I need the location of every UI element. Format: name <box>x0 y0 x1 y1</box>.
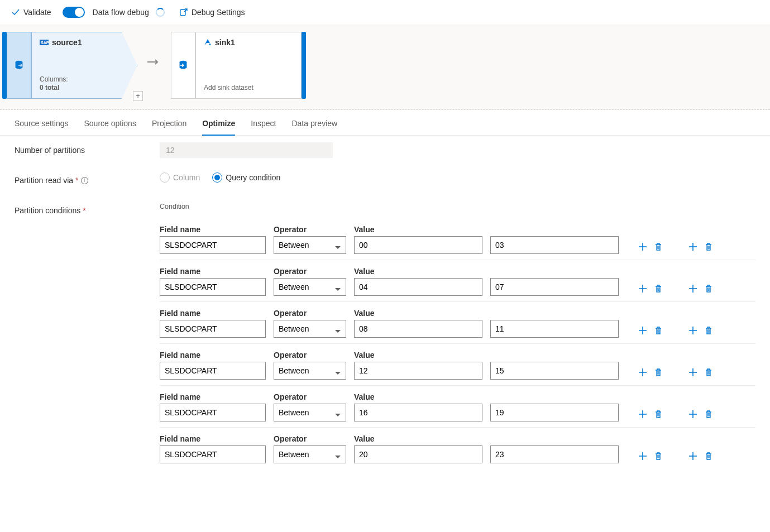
settings-export-icon <box>179 8 188 17</box>
row-partition-conditions: Partition conditions * Condition Field n… <box>15 203 755 469</box>
operator-select[interactable] <box>274 236 346 254</box>
operator-select[interactable] <box>274 320 346 338</box>
delete-condition-button[interactable] <box>704 325 714 336</box>
add-condition-button[interactable] <box>688 451 698 461</box>
tab-source-options[interactable]: Source options <box>84 119 136 135</box>
radio-icon <box>212 172 222 183</box>
tab-inspect[interactable]: Inspect <box>251 119 276 135</box>
operator-select[interactable] <box>274 404 346 421</box>
add-condition-button[interactable] <box>688 325 698 336</box>
add-condition-inner-button[interactable] <box>638 325 648 336</box>
field-name-input[interactable] <box>160 278 266 296</box>
validate-label: Validate <box>23 8 51 17</box>
svg-rect-0 <box>180 9 185 16</box>
add-condition-inner-button[interactable] <box>638 451 648 461</box>
validate-button[interactable]: Validate <box>11 8 51 17</box>
value-header: Value <box>354 434 482 443</box>
field-name-header: Field name <box>160 225 266 234</box>
value-header: Value <box>354 225 482 234</box>
delete-condition-inner-button[interactable] <box>653 284 663 294</box>
tab-source-settings[interactable]: Source settings <box>15 119 69 135</box>
value-from-input[interactable] <box>354 404 482 421</box>
value-to-input[interactable] <box>490 320 619 338</box>
sink-node[interactable]: sink1 Add sink dataset <box>171 32 306 99</box>
value-to-input[interactable] <box>490 445 619 463</box>
check-icon <box>11 8 20 17</box>
operator-header: Operator <box>274 225 346 234</box>
dataflow-debug-label: Data flow debug <box>93 8 149 17</box>
value-from-input[interactable] <box>354 445 482 463</box>
operator-select[interactable] <box>274 362 346 380</box>
operator-header: Operator <box>274 434 346 443</box>
operator-select[interactable] <box>274 278 346 296</box>
value-to-input[interactable] <box>490 278 619 296</box>
field-name-header: Field name <box>160 434 266 443</box>
dataflow-debug-toggle[interactable] <box>63 7 85 18</box>
add-condition-inner-button[interactable] <box>638 367 648 377</box>
radio-column[interactable]: Column <box>160 172 200 183</box>
tab-projection[interactable]: Projection <box>152 119 186 135</box>
source-node[interactable]: SAP source1 Columns: 0 total + <box>2 32 137 99</box>
sink-node-title: sink1 <box>204 38 293 47</box>
field-name-input[interactable] <box>160 320 266 338</box>
dataflow-canvas[interactable]: SAP source1 Columns: 0 total + sink1 Add… <box>0 25 770 110</box>
field-name-input[interactable] <box>160 362 266 380</box>
field-name-input[interactable] <box>160 236 266 254</box>
tab-data-preview[interactable]: Data preview <box>291 119 337 135</box>
info-icon[interactable]: i <box>81 177 88 184</box>
add-condition-inner-button[interactable] <box>638 242 648 252</box>
value-to-input[interactable] <box>490 236 619 254</box>
add-condition-button[interactable] <box>688 409 698 419</box>
azure-icon <box>204 39 212 46</box>
value-from-input[interactable] <box>354 278 482 296</box>
value-header: Value <box>354 351 482 360</box>
source-node-title: SAP source1 <box>40 38 114 47</box>
radio-icon <box>160 172 170 183</box>
field-name-header: Field name <box>160 267 266 276</box>
database-in-icon <box>177 59 189 71</box>
add-step-button[interactable]: + <box>133 91 143 101</box>
value-from-input[interactable] <box>354 236 482 254</box>
delete-condition-inner-button[interactable] <box>653 451 663 461</box>
node-rail <box>302 32 306 99</box>
add-condition-button[interactable] <box>688 242 698 252</box>
delete-condition-inner-button[interactable] <box>653 242 663 252</box>
delete-condition-inner-button[interactable] <box>653 367 663 377</box>
radio-query-condition[interactable]: Query condition <box>212 172 280 183</box>
add-condition-inner-button[interactable] <box>638 284 648 294</box>
delete-condition-button[interactable] <box>704 242 714 252</box>
operator-select[interactable] <box>274 445 346 463</box>
value-to-input[interactable] <box>490 404 619 421</box>
value-from-input[interactable] <box>354 320 482 338</box>
tab-optimize[interactable]: Optimize <box>202 119 235 136</box>
source-node-meta: Columns: 0 total <box>40 75 114 93</box>
condition-row: Field name Operator Value <box>160 386 755 428</box>
field-name-header: Field name <box>160 351 266 360</box>
field-name-input[interactable] <box>160 404 266 421</box>
delete-condition-inner-button[interactable] <box>653 409 663 419</box>
num-partitions-label: Number of partitions <box>15 142 160 155</box>
required-marker: * <box>75 176 78 185</box>
node-rail <box>2 32 7 99</box>
add-condition-button[interactable] <box>688 367 698 377</box>
field-name-input[interactable] <box>160 445 266 463</box>
value-to-input[interactable] <box>490 362 619 380</box>
condition-row: Field name Operator Value <box>160 428 755 469</box>
delete-condition-button[interactable] <box>704 284 714 294</box>
tab-bar: Source settingsSource optionsProjectionO… <box>0 110 770 136</box>
read-via-options: Column Query condition <box>160 172 280 183</box>
delete-condition-button[interactable] <box>704 367 714 377</box>
operator-header: Operator <box>274 309 346 318</box>
delete-condition-button[interactable] <box>704 409 714 419</box>
add-condition-inner-button[interactable] <box>638 409 648 419</box>
condition-row: Field name Operator Value <box>160 260 755 302</box>
value-from-input[interactable] <box>354 362 482 380</box>
num-partitions-value: 12 <box>160 142 333 158</box>
add-condition-button[interactable] <box>688 284 698 294</box>
delete-condition-button[interactable] <box>704 451 714 461</box>
operator-header: Operator <box>274 392 346 401</box>
node-pill <box>7 32 31 99</box>
debug-settings-button[interactable]: Debug Settings <box>179 8 245 17</box>
field-name-header: Field name <box>160 309 266 318</box>
delete-condition-inner-button[interactable] <box>653 325 663 336</box>
